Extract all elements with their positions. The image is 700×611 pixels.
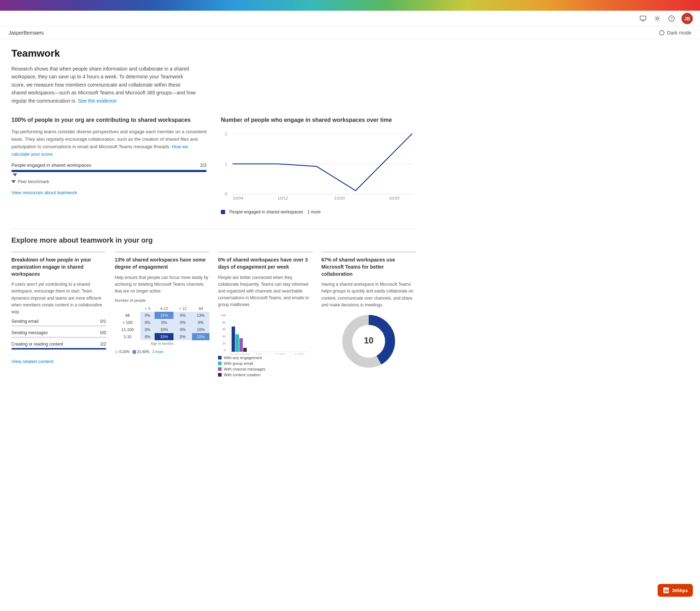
view-related-link[interactable]: View related content (11, 359, 53, 364)
dark-mode-label: Dark mode (667, 30, 691, 36)
metric-messages-label: Sending messages (11, 330, 48, 335)
legend-label-email: With group email (224, 361, 253, 366)
top-nav: ? JB (0, 11, 700, 27)
table-row: > 100 0% 0% 0% 0% (115, 319, 209, 326)
metric-content-label: Creating or reading content (11, 342, 63, 347)
legend-item-2: 21-40% (133, 350, 149, 354)
cell-gt100-3: 0% (192, 319, 209, 326)
messages-progress (11, 337, 106, 338)
legend-box-any (218, 356, 222, 359)
view-resources-link[interactable]: View resources about teamwork (11, 190, 77, 195)
cell-all-3: 13% (192, 312, 209, 319)
legend-label-med: 21-40% (137, 350, 149, 354)
scroll-wrapper[interactable]: Teamwork Research shows that when people… (0, 39, 700, 611)
page-description: Research shows that when people share in… (11, 65, 197, 105)
progress-label: People engaged in shared workspaces 2/2 (11, 162, 207, 168)
evidence-link[interactable]: See the evidence (78, 98, 116, 104)
svg-text:10/29: 10/29 (389, 196, 399, 200)
card-4-title: 67% of shared workspaces use Microsoft T… (321, 257, 416, 278)
cell-11-2: 0% (173, 326, 192, 333)
header-bar: JasperBernaers Dark mode (0, 27, 700, 39)
heatmap-legend: 0-20% 21-40% 3 more (115, 350, 209, 354)
legend-channel-messages: With channel messages (218, 367, 313, 371)
svg-text:20: 20 (222, 342, 226, 345)
sub-metric-content: Creating or reading content 2/2 (11, 342, 106, 349)
benchmark: Peer benchmark (11, 179, 207, 184)
main-content: Teamwork Research shows that when people… (0, 39, 427, 387)
metric-email-label: Sending email (11, 319, 38, 324)
legend-label-any: With any engagement (224, 356, 262, 360)
dark-mode-button[interactable]: Dark mode (659, 30, 691, 36)
metric-messages-value: 0/0 (100, 330, 106, 335)
svg-text:1 day: 1 day (256, 353, 263, 355)
svg-text:365: 365 (664, 589, 670, 593)
table-row: All 0% 15% 0% 13% (115, 312, 209, 319)
explore-card-2: 13% of shared workspaces have some degre… (115, 252, 209, 378)
svg-text:0: 0 (225, 192, 227, 196)
table-row: 11-100 0% 10% 0% 10% (115, 326, 209, 333)
cell-gt100-2: 0% (173, 319, 192, 326)
rainbow-bar (0, 0, 700, 11)
user-avatar[interactable]: JB (681, 13, 693, 24)
bar-chart-wrapper: 100 80 60 40 20 0 N (218, 312, 313, 356)
chart-title: Number of people who engage in shared wo… (221, 116, 416, 124)
tips-label: 365tips (672, 588, 688, 593)
legend-more: 1 more (307, 209, 321, 214)
cell-11-1: 10% (155, 326, 173, 333)
table-row: Age in months (115, 340, 209, 347)
svg-text:60: 60 (222, 328, 226, 331)
legend-box-channel (218, 367, 222, 371)
line-chart: 2 1 0 10/04 10/12 10/20 10/29 (221, 128, 416, 207)
svg-text:10: 10 (364, 336, 374, 345)
card-4-description: Having a shared workspace in Microsoft T… (321, 281, 416, 309)
cell-2-1: 33% (155, 333, 173, 340)
donut-svg: 10 (340, 313, 397, 370)
bar (235, 335, 239, 352)
legend-more: 3 more (152, 350, 163, 354)
cell-all-2: 0% (173, 312, 192, 319)
svg-text:1: 1 (225, 162, 227, 166)
explore-card-1: Breakdown of how people in your organiza… (11, 252, 106, 378)
nav-icons: ? JB (639, 13, 693, 24)
explore-card-4: 67% of shared workspaces use Microsoft T… (321, 252, 416, 378)
cell-gt100-1: 0% (155, 319, 173, 326)
svg-point-3 (656, 17, 658, 20)
page-title: Teamwork (11, 48, 416, 59)
legend-box-1 (115, 350, 118, 354)
legend-dot-1 (221, 210, 225, 214)
legend-label-creation: With content creation (224, 373, 260, 377)
table-row: 2-10 0% 33% 0% 20% (115, 333, 209, 340)
divider-1 (11, 229, 416, 229)
col-header-4: All (192, 305, 209, 312)
cell-2-0: 0% (140, 333, 155, 340)
donut-chart: 10 (321, 313, 416, 370)
explore-grid: Breakdown of how people in your organiza… (11, 252, 416, 378)
legend-box-creation (218, 373, 222, 377)
legend-item-1: 0-20% (115, 350, 130, 354)
tips-button[interactable]: 365 365tips (658, 584, 693, 597)
help-icon[interactable]: ? (667, 14, 676, 23)
card-1-title: Breakdown of how people in your organiza… (11, 257, 106, 278)
svg-text:2: 2 (225, 132, 227, 136)
row-label-all: All (115, 312, 140, 319)
col-header-1: < 3 (140, 305, 155, 312)
heatmap-table: < 3 4-12 > 12 All All 0% 15% 0% 13% (115, 305, 209, 347)
svg-text:40: 40 (222, 335, 226, 338)
col-header-2: 4-12 (155, 305, 173, 312)
row-label-gt100: > 100 (115, 319, 140, 326)
card-3-description: People are better connected when they co… (218, 274, 313, 309)
row-label-11-100: 11-100 (115, 326, 140, 333)
bar (243, 348, 247, 352)
col-header-3: > 12 (173, 305, 192, 312)
svg-text:80: 80 (222, 321, 226, 324)
svg-rect-0 (640, 16, 646, 20)
settings-icon[interactable] (653, 14, 662, 23)
metric-email-value: 0/1 (100, 319, 106, 324)
score-section: 100% of people in your org are contribut… (11, 116, 207, 214)
card-2-title: 13% of shared workspaces have some degre… (115, 257, 209, 270)
row-label-2-10: 2-10 (115, 333, 140, 340)
svg-text:10/04: 10/04 (233, 196, 244, 200)
screen-icon[interactable] (639, 14, 647, 23)
card-1-description: If users aren't yet contributing to a sh… (11, 281, 106, 315)
cell-2-2: 0% (173, 333, 192, 340)
